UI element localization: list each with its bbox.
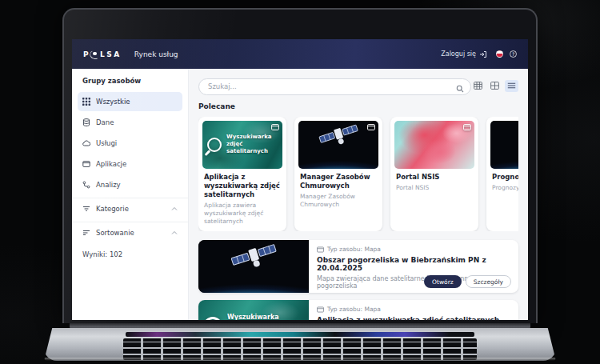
resource-list: Typ zasobu: Mapa Obszar pogorzeliska w B…: [198, 240, 518, 320]
polsa-logo[interactable]: P LSA: [83, 50, 122, 58]
resource-type-row: Typ zasobu: Mapa: [317, 306, 510, 313]
card-title: Manager Zasobów Chmurowych: [300, 173, 377, 190]
app-window-icon: [82, 160, 90, 168]
grid-icon: [82, 98, 90, 106]
card-description: Prognozy kli: [492, 184, 518, 192]
view-grid-dense-button[interactable]: [471, 80, 485, 92]
orbit-o-icon: [91, 51, 98, 58]
card-description: Portal NSIS: [396, 184, 473, 192]
laptop-base: [44, 323, 556, 361]
featured-heading: Polecane: [198, 102, 518, 110]
list-item-body: Typ zasobu: Mapa Aplikacja z wyszukiwark…: [309, 300, 518, 320]
sidebar-item-dane[interactable]: Dane: [78, 113, 182, 132]
main-layout: Grupy zasobów Wszystkie Dane: [72, 69, 528, 320]
list-item-title: Obszar pogorzeliska w Biebrzańskim PN z …: [317, 256, 510, 272]
thumbnail-overlay-text: Wyszukiwarka zdjęć satelitarnych: [226, 134, 270, 155]
featured-card[interactable]: Wyszukiwarka zdjęć satelitarnych Aplikac…: [198, 117, 286, 232]
card-description: Aplikacja zawiera wyszukiwarkę zdjęć sat…: [204, 202, 281, 226]
list-item: Wyszukiwarka zdjęć satelitarnych Typ zas…: [198, 300, 518, 320]
sidebar-item-label: Wszystkie: [96, 98, 130, 106]
resource-type-row: Typ zasobu: Mapa: [317, 246, 510, 253]
list-item-thumbnail: Wyszukiwarka zdjęć satelitarnych: [198, 300, 309, 320]
view-grid-button[interactable]: [488, 80, 502, 92]
flow-icon: [82, 181, 90, 189]
featured-card[interactable]: → Prognozy Prognozy kli: [486, 117, 518, 232]
app-window-icon: [317, 306, 324, 313]
thumbnail-overlay: Wyszukiwarka zdjęć satelitarnych: [202, 121, 282, 169]
list-icon: [507, 82, 516, 90]
search-box: [198, 77, 471, 95]
sidebar-item-analizy[interactable]: Analizy: [78, 175, 182, 194]
help-button[interactable]: ?: [510, 50, 517, 58]
sidebar-item-label: Usługi: [96, 139, 117, 147]
view-list-button[interactable]: [505, 80, 518, 92]
card-title: Portal NSIS: [396, 173, 473, 182]
filter-icon: [82, 205, 90, 213]
featured-card[interactable]: Manager Zasobów Chmurowych Manager Zasob…: [294, 117, 382, 232]
sidebar-section-sortowanie[interactable]: Sortowanie: [72, 222, 188, 242]
search-row: [198, 77, 518, 95]
sidebar-group-header: Grupy zasobów: [72, 69, 188, 90]
view-toggle-group: [471, 80, 518, 92]
app-header: P LSA Rynek usług Zaloguj się ?: [72, 39, 528, 69]
sidebar: Grupy zasobów Wszystkie Dane: [72, 69, 189, 320]
list-item-title: Aplikacja z wyszukiwarką zdjęć satelitar…: [317, 316, 510, 320]
thumbnail-overlay-text: Wyszukiwarka zdjęć satelitarnych: [227, 314, 278, 320]
open-button[interactable]: Otwórz: [424, 275, 462, 288]
card-description: Manager Zasobów Chmurowych: [300, 193, 377, 209]
satellite-illustration: [227, 242, 280, 277]
app-window-icon: [367, 124, 375, 130]
results-count: Wyniki: 102: [72, 242, 188, 266]
chevron-up-icon: [171, 230, 178, 235]
sidebar-section-label: Sortowanie: [96, 229, 134, 237]
sidebar-item-label: Dane: [96, 118, 114, 126]
laptop-front-edge: [44, 358, 556, 361]
card-thumbnail: →: [490, 121, 518, 169]
sidebar-section-kategorie[interactable]: Kategorie: [72, 198, 188, 218]
search-input[interactable]: [198, 78, 471, 95]
laptop-keys: [123, 338, 477, 360]
card-thumbnail: [298, 121, 378, 169]
magnifier-icon: [203, 317, 222, 320]
thumbnail-overlay: Wyszukiwarka zdjęć satelitarnych: [198, 300, 309, 320]
login-label: Zaloguj się: [441, 50, 476, 58]
sidebar-item-label: Analizy: [96, 181, 121, 189]
resource-type-label: Typ zasobu: Mapa: [327, 306, 381, 313]
content-area: Polecane Wyszukiwarka zdjęć satelitarnyc…: [189, 69, 528, 320]
featured-card[interactable]: Portal NSIS Portal NSIS: [390, 117, 478, 232]
app-window-icon: [271, 124, 279, 130]
login-button[interactable]: Zaloguj się: [441, 50, 487, 58]
sidebar-item-aplikacje[interactable]: Aplikacje: [78, 154, 182, 174]
card-title: Prognozy: [492, 173, 518, 182]
database-icon: [82, 118, 90, 126]
cloud-icon: [82, 139, 90, 147]
chevron-up-icon: [171, 206, 178, 211]
browser-viewport: P LSA Rynek usług Zaloguj się ? Grupy za…: [72, 39, 528, 320]
list-item-body: Typ zasobu: Mapa Obszar pogorzeliska w B…: [309, 240, 518, 293]
brand-letters: LSA: [100, 50, 122, 58]
app-window-icon: [317, 246, 324, 253]
language-flag-pl[interactable]: [496, 50, 503, 58]
card-title: Aplikacja z wyszukiwarką zdjęć satelitar…: [204, 173, 281, 199]
app-title: Rynek usług: [134, 50, 178, 58]
laptop-keyboard-deck: [44, 328, 556, 361]
resource-type-label: Typ zasobu: Mapa: [327, 246, 381, 253]
sidebar-item-wszystkie[interactable]: Wszystkie: [78, 92, 182, 111]
app-window-icon: [463, 124, 471, 130]
card-thumbnail: [394, 121, 474, 169]
search-icon: [456, 81, 464, 96]
featured-carousel: Wyszukiwarka zdjęć satelitarnych Aplikac…: [198, 117, 518, 232]
card-thumbnail: Wyszukiwarka zdjęć satelitarnych: [202, 121, 282, 169]
sort-icon: [82, 229, 90, 237]
list-item: Typ zasobu: Mapa Obszar pogorzeliska w B…: [198, 240, 518, 293]
login-icon: [479, 50, 487, 58]
magnifier-icon: [207, 138, 222, 152]
sidebar-item-label: Aplikacje: [96, 160, 126, 168]
sidebar-item-uslugi[interactable]: Usługi: [78, 134, 182, 153]
details-button[interactable]: Szczegóły: [466, 275, 511, 288]
grid-2x2-icon: [490, 82, 499, 90]
grid-dense-icon: [474, 82, 482, 90]
list-item-actions: Otwórz Szczegóły: [424, 275, 511, 288]
sidebar-section-label: Kategorie: [96, 205, 129, 213]
laptop-screen: P LSA Rynek usług Zaloguj się ? Grupy za…: [62, 8, 538, 323]
